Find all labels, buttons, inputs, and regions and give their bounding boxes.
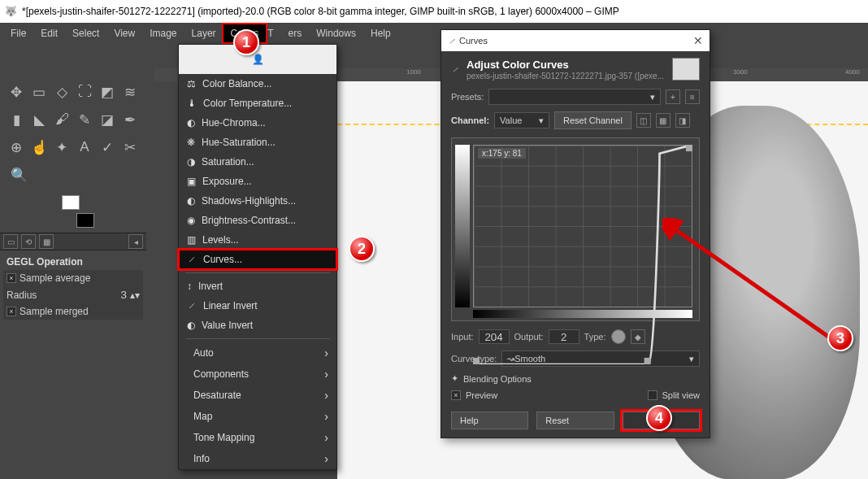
free-select-tool[interactable]: ◇	[53, 81, 71, 103]
add-preset-icon[interactable]: +	[666, 89, 680, 104]
path-tool[interactable]: ✦	[53, 136, 71, 159]
menu-image[interactable]: Image	[142, 24, 184, 42]
mi-saturation[interactable]: ◑Saturation...	[179, 152, 336, 172]
mi-color-temp[interactable]: 🌡Color Temperature...	[179, 94, 336, 113]
menu-edit[interactable]: Edit	[33, 24, 65, 42]
blending-expander[interactable]: ✦ Blending Options	[441, 370, 710, 387]
dock-tab-image[interactable]: ▦	[39, 234, 54, 249]
menu-help[interactable]: Help	[363, 24, 398, 42]
zoom-tool[interactable]: 🔍	[7, 163, 30, 186]
curves-icon: ⟋	[451, 64, 460, 74]
mi-curves[interactable]: ⟋Curves...	[179, 250, 336, 269]
titlebar: 🐺 *[pexels-justin-shaifer-501272-1222271…	[0, 0, 868, 23]
checkbox-off-icon[interactable]: ×	[7, 307, 16, 316]
colors-dropdown: 👤 ⚖Color Balance... 🌡Color Temperature..…	[178, 44, 337, 470]
bucket-tool[interactable]: ▮	[7, 108, 25, 131]
mi-desaturate[interactable]: Desaturate	[179, 385, 336, 406]
mi-map[interactable]: Map	[179, 406, 336, 427]
dock-menu-icon[interactable]: ◂	[128, 234, 143, 249]
coord-readout: x:175 y: 81	[478, 148, 526, 159]
brush-tool[interactable]: 🖌	[53, 108, 71, 131]
menu-view[interactable]: View	[106, 24, 142, 42]
dock-tab-history[interactable]: ⟲	[21, 234, 36, 249]
tool-options-title: GEGL Operation	[3, 254, 143, 270]
color-swatch[interactable]	[62, 195, 99, 228]
move-tool[interactable]: ✥	[7, 81, 25, 103]
callout-4: 4	[646, 405, 672, 431]
radius-input[interactable]	[98, 289, 127, 301]
mi-components[interactable]: Components	[179, 364, 336, 385]
crop-tool[interactable]: ⛶	[76, 81, 93, 103]
gradient-horizontal	[473, 310, 692, 318]
svg-rect-1	[644, 358, 651, 364]
mi-auto[interactable]: Auto	[179, 342, 336, 364]
svg-line-3	[671, 226, 833, 340]
bg-color[interactable]	[76, 213, 94, 228]
mi-tone[interactable]: Tone Mapping	[179, 427, 336, 448]
mi-exposure[interactable]: ▣Exposure...	[179, 172, 336, 191]
dialog-title: Adjust Color Curves	[467, 59, 569, 71]
tool-options: GEGL Operation × Sample average Radius ▴…	[0, 250, 146, 323]
mi-hue-chroma[interactable]: ◐Hue-Chroma...	[179, 113, 336, 133]
clone-tool[interactable]: ⊕	[7, 136, 25, 159]
menu-tools-partial[interactable]: T	[266, 24, 280, 42]
menu-file[interactable]: File	[3, 24, 33, 42]
mi-info[interactable]: Info	[179, 448, 336, 469]
mi-invert[interactable]: ↕Invert	[179, 277, 336, 296]
mi-shadows[interactable]: ◐Shadows-Highlights...	[179, 191, 336, 211]
pencil-tool[interactable]: ✎	[76, 108, 93, 131]
presets-dropdown[interactable]: ▾	[488, 89, 661, 105]
curve-btn1-icon[interactable]: ◫	[636, 113, 651, 128]
menu-thumb: 👤	[179, 45, 336, 74]
gradient-tool[interactable]: ◣	[30, 108, 48, 131]
svg-rect-2	[686, 145, 692, 151]
opt-sample-average[interactable]: × Sample average	[3, 270, 143, 286]
dialog-titlebar[interactable]: ⟋ Curves ✕	[441, 30, 710, 51]
mi-value-invert[interactable]: ◐Value Invert	[179, 316, 336, 335]
menu-windows[interactable]: Windows	[309, 24, 363, 42]
stepper-icon[interactable]: ▴▾	[130, 290, 140, 301]
curve-btn2-icon[interactable]: ▦	[656, 113, 671, 128]
preview-thumb	[672, 58, 700, 81]
menu-filters[interactable]: ers	[281, 24, 310, 42]
callout-1: 1	[233, 29, 259, 55]
mi-color-balance[interactable]: ⚖Color Balance...	[179, 74, 336, 94]
expand-icon: ✦	[451, 373, 458, 384]
opt-sample-merged[interactable]: × Sample merged	[3, 303, 143, 320]
rect-select-tool[interactable]: ▭	[30, 81, 48, 103]
menu-layer[interactable]: Layer	[184, 24, 224, 42]
dialog-subtitle: pexels-justin-shaifer-501272-1222271.jpg…	[467, 72, 664, 81]
mi-linear-invert[interactable]: ⟋Linear Invert	[179, 296, 336, 316]
measure-tool[interactable]: ✂	[121, 136, 139, 159]
picker-tool[interactable]: ✓	[98, 136, 116, 159]
svg-rect-0	[473, 358, 480, 364]
reset-button[interactable]: Reset	[536, 412, 614, 429]
warp-tool[interactable]: ≋	[121, 81, 139, 103]
dock-tabbar: ▭ ⟲ ▦ ◂	[0, 233, 146, 250]
channel-dropdown[interactable]: Value▾	[494, 112, 549, 128]
menubar: File Edit Select View Image Layer Colors…	[0, 23, 868, 44]
airbrush-tool[interactable]: ✒	[121, 108, 139, 131]
smudge-tool[interactable]: ☝	[30, 136, 48, 159]
curve-path[interactable]	[473, 145, 692, 364]
mi-brightness[interactable]: ◉Brightness-Contrast...	[179, 211, 336, 230]
split-checkbox[interactable]	[648, 390, 658, 400]
preview-checkbox[interactable]: ×	[451, 390, 461, 400]
reset-channel-button[interactable]: Reset Channel	[554, 111, 631, 129]
transform-tool[interactable]: ◩	[98, 81, 116, 103]
fg-color[interactable]	[62, 195, 80, 210]
opt-radius[interactable]: Radius ▴▾	[3, 286, 143, 303]
close-icon[interactable]: ✕	[693, 34, 703, 47]
checkbox-off-icon[interactable]: ×	[7, 273, 16, 283]
menu-select[interactable]: Select	[65, 24, 106, 42]
mi-levels[interactable]: ▥Levels...	[179, 230, 336, 250]
dock-tab-device[interactable]: ▭	[3, 234, 18, 249]
curve-btn3-icon[interactable]: ◨	[675, 113, 690, 128]
toolbox: ✥ ▭ ◇ ⛶ ◩ ≋ ▮ ◣ 🖌 ✎ ◪ ✒ ⊕ ☝ ✦ A ✓ ✂ 🔍	[0, 73, 146, 233]
help-button[interactable]: Help	[451, 412, 528, 429]
eraser-tool[interactable]: ◪	[98, 108, 116, 131]
preset-menu-icon[interactable]: ≡	[685, 89, 700, 104]
mi-hue-sat[interactable]: ❋Hue-Saturation...	[179, 133, 336, 152]
gimp-icon: 🐺	[5, 6, 17, 17]
text-tool[interactable]: A	[76, 136, 93, 159]
